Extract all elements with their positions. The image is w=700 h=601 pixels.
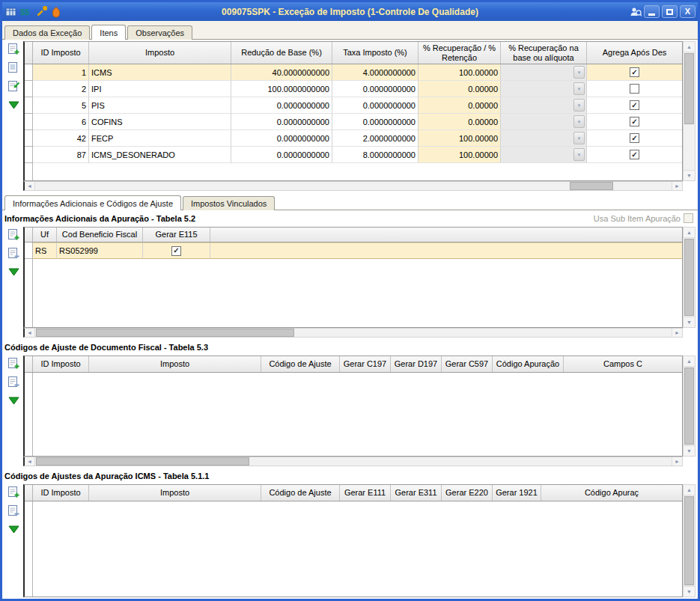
scroll-down-button[interactable]: ▼: [684, 170, 695, 180]
goto-last-record-icon[interactable]: [7, 394, 20, 407]
cell-cod-beneficio[interactable]: RS052999: [57, 242, 143, 259]
cell-id-imposto[interactable]: 2: [33, 81, 89, 97]
column-header-gerar-c197[interactable]: Gerar C197: [340, 356, 391, 372]
cell-recuperacao-base-dropdown[interactable]: ▼: [501, 81, 587, 97]
cell-taxa-imposto[interactable]: 8.0000000000: [332, 147, 419, 163]
scroll-up-button[interactable]: ▲: [684, 42, 695, 52]
scrollbar-thumb[interactable]: [684, 496, 694, 585]
table-row[interactable]: 5 PIS 0.0000000000 0.0000000000 0.00000 …: [25, 97, 682, 114]
horizontal-scrollbar[interactable]: ◄ ►: [23, 457, 683, 466]
table-row[interactable]: 2 IPI 100.0000000000 0.0000000000 0.0000…: [25, 81, 682, 97]
cell-imposto[interactable]: ICMS_DESONERADO: [89, 147, 231, 163]
table-app-icon[interactable]: [4, 5, 17, 18]
add-record-icon[interactable]: [7, 356, 20, 370]
vertical-scrollbar[interactable]: ▲ ▼: [683, 356, 696, 457]
column-header-imposto[interactable]: Imposto: [89, 42, 231, 64]
column-header-gerar-c597[interactable]: Gerar C597: [442, 356, 493, 372]
maximize-button[interactable]: [662, 5, 678, 18]
wrench-icon[interactable]: [34, 5, 47, 18]
cell-agrega-checkbox[interactable]: ✓: [587, 114, 682, 130]
edit-record-icon[interactable]: [7, 61, 20, 74]
column-header-gerar-e111[interactable]: Gerar E111: [340, 485, 391, 501]
delete-record-icon[interactable]: [7, 375, 20, 388]
column-header-reducao-base[interactable]: Redução de Base (%): [231, 42, 332, 64]
close-button[interactable]: X: [680, 5, 696, 18]
cell-recuperacao[interactable]: 0.00000: [419, 114, 501, 130]
column-header-id-imposto[interactable]: ID Imposto: [33, 356, 89, 372]
scroll-right-button[interactable]: ►: [672, 457, 682, 466]
cell-imposto[interactable]: IPI: [89, 81, 231, 97]
cell-taxa-imposto[interactable]: 0.0000000000: [332, 114, 419, 130]
scrollbar-thumb[interactable]: [684, 367, 694, 445]
minimize-button[interactable]: [644, 5, 660, 18]
cell-taxa-imposto[interactable]: 4.0000000000: [332, 64, 419, 81]
chevron-down-icon[interactable]: ▼: [573, 99, 585, 112]
column-header-imposto[interactable]: Imposto: [89, 356, 261, 372]
cell-reducao-base[interactable]: 0.0000000000: [231, 130, 332, 147]
flame-icon[interactable]: [49, 5, 62, 18]
cell-taxa-imposto[interactable]: 0.0000000000: [332, 81, 419, 97]
scroll-right-button[interactable]: ►: [672, 329, 682, 337]
vertical-scrollbar[interactable]: ▲ ▼: [683, 41, 696, 181]
scrollbar-track[interactable]: [35, 457, 672, 466]
cell-id-imposto[interactable]: 42: [33, 130, 89, 147]
cell-agrega-checkbox[interactable]: ✓: [587, 97, 682, 114]
usa-sub-item-checkbox[interactable]: [684, 213, 693, 223]
delete-record-icon[interactable]: [7, 504, 20, 517]
column-header-codigo-ajuste[interactable]: Código de Ajuste: [261, 485, 340, 501]
scroll-down-button[interactable]: ▼: [684, 586, 695, 597]
column-header-taxa-imposto[interactable]: Taxa Imposto (%): [332, 42, 419, 64]
scrollbar-thumb[interactable]: [36, 457, 249, 466]
checkbox[interactable]: ✓: [171, 246, 181, 256]
checkbox[interactable]: ✓: [630, 100, 639, 110]
cell-recuperacao-base-dropdown[interactable]: ▼: [501, 64, 587, 81]
cell-uf[interactable]: RS: [33, 242, 57, 259]
cell-recuperacao[interactable]: 100.00000: [419, 64, 501, 81]
cell-recuperacao[interactable]: 100.00000: [419, 130, 501, 147]
cell-id-imposto[interactable]: 5: [33, 97, 89, 114]
scroll-down-button[interactable]: ▼: [684, 445, 695, 456]
scroll-up-button[interactable]: ▲: [684, 356, 695, 367]
cell-recuperacao[interactable]: 0.00000: [419, 97, 501, 114]
scrollbar-track[interactable]: [35, 182, 672, 190]
cell-imposto[interactable]: FECP: [89, 130, 231, 147]
column-header-gerar-e115[interactable]: Gerar E115: [143, 228, 210, 242]
scroll-left-button[interactable]: ◄: [25, 182, 35, 190]
cell-reducao-base[interactable]: 40.0000000000: [231, 64, 332, 81]
horizontal-scrollbar[interactable]: ◄ ►: [23, 181, 683, 191]
chevron-down-icon[interactable]: ▼: [573, 115, 585, 128]
column-header-codigo-apuracao[interactable]: Código Apuração: [493, 356, 564, 372]
cell-agrega-checkbox[interactable]: [587, 81, 682, 97]
chevron-down-icon[interactable]: ▼: [573, 148, 585, 161]
column-header-uf[interactable]: Uf: [33, 228, 57, 242]
cell-recuperacao[interactable]: 0.00000: [419, 81, 501, 97]
table-row[interactable]: 42 FECP 0.0000000000 2.0000000000 100.00…: [25, 130, 682, 147]
cell-imposto[interactable]: COFINS: [89, 114, 231, 130]
cell-imposto[interactable]: PIS: [89, 97, 231, 114]
cell-id-imposto[interactable]: 87: [33, 147, 89, 163]
scrollbar-thumb[interactable]: [570, 182, 613, 190]
user-search-icon[interactable]: [629, 5, 642, 18]
checkbox[interactable]: ✓: [630, 150, 639, 159]
column-header-imposto[interactable]: Imposto: [89, 485, 261, 501]
column-header-recuperacao-base-aliquota[interactable]: % Recuperação na base ou alíquota: [501, 42, 587, 64]
cell-recuperacao-base-dropdown[interactable]: ▼: [501, 147, 587, 163]
column-header-campos[interactable]: Campos C: [564, 356, 682, 372]
table-row[interactable]: 6 COFINS 0.0000000000 0.0000000000 0.000…: [25, 114, 682, 130]
delete-record-icon[interactable]: [7, 246, 20, 260]
tab-observacoes[interactable]: Observações: [127, 25, 192, 40]
tab-informacoes-adicionais[interactable]: Informações Adicionais e Códigos de Ajus…: [4, 195, 181, 210]
checkbox[interactable]: ✓: [630, 133, 639, 143]
scrollbar-thumb[interactable]: [684, 53, 694, 124]
column-header-recuperacao-retencao[interactable]: % Recuperação / % Retenção: [419, 42, 501, 64]
scroll-left-button[interactable]: ◄: [25, 329, 35, 337]
cell-recuperacao-base-dropdown[interactable]: ▼: [501, 130, 587, 147]
tab-dados-da-excecao[interactable]: Dados da Exceção: [4, 25, 90, 40]
column-header-cod-beneficio[interactable]: Cod Beneficio Fiscal: [57, 228, 143, 242]
tab-itens[interactable]: Itens: [91, 25, 126, 40]
vertical-scrollbar[interactable]: ▲ ▼: [683, 227, 696, 328]
cell-reducao-base[interactable]: 100.0000000000: [231, 81, 332, 97]
scrollbar-track[interactable]: [684, 238, 695, 317]
checkbox[interactable]: [630, 84, 639, 94]
goto-last-record-icon[interactable]: [7, 522, 20, 536]
